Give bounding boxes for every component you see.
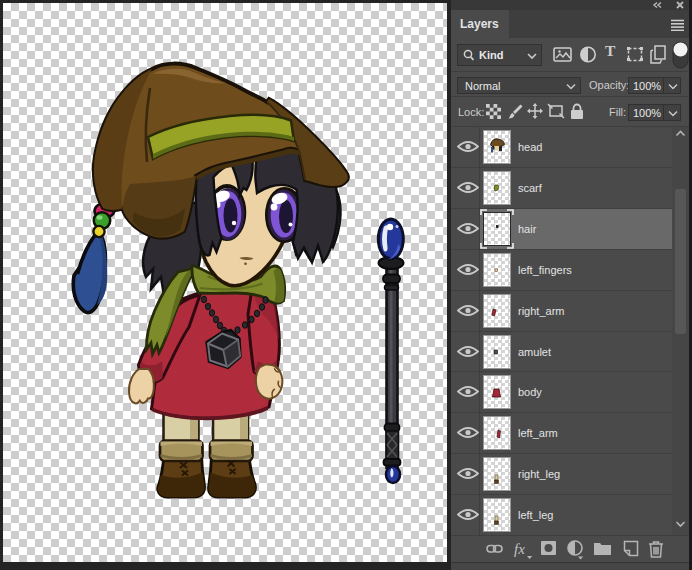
- svg-text:fx: fx: [514, 541, 525, 557]
- svg-text:T: T: [605, 42, 616, 59]
